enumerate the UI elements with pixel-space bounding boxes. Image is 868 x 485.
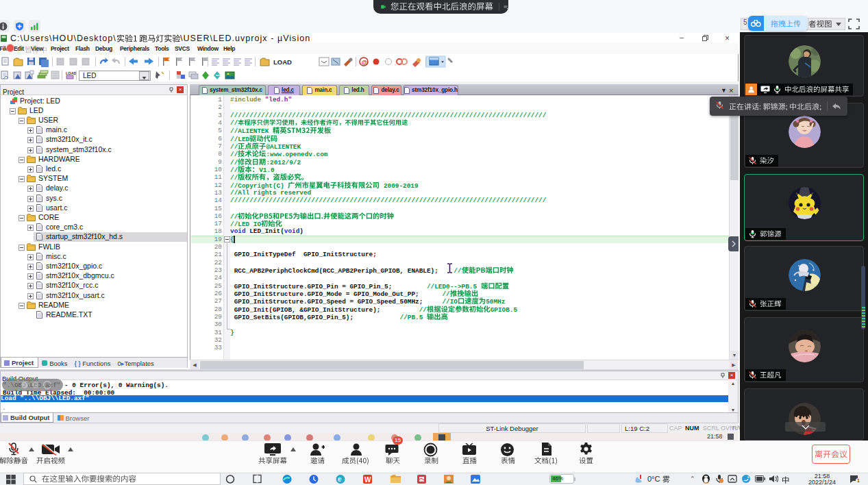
svg-text:LOAD: LOAD: [66, 71, 77, 75]
svg-text:LOAD: LOAD: [273, 58, 292, 66]
svg-text:W: W: [364, 476, 371, 484]
svg-text:1: 1: [857, 477, 860, 484]
svg-text:@: @: [362, 59, 368, 66]
svg-text:e: e: [338, 475, 342, 483]
